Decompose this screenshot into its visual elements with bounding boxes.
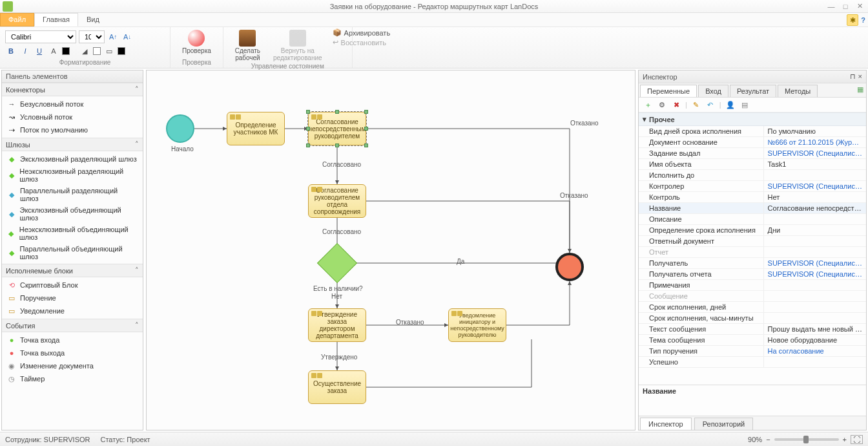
node-t6[interactable]: Осуществление заказа — [308, 370, 366, 404]
prop-value[interactable] — [764, 170, 866, 180]
archive-button[interactable]: 📦Архивировать — [333, 28, 391, 37]
prop-row[interactable]: НазваниеСогласование непосредственны... — [639, 203, 866, 214]
tab-file[interactable]: Файл — [0, 13, 34, 27]
item-excl-join[interactable]: ◆Эксклюзивный объединяющий шлюз — [2, 204, 143, 224]
item-exit[interactable]: ●Точка выхода — [2, 346, 143, 359]
prop-value[interactable]: SUPERVISOR (Специалист, ООО "... — [764, 269, 866, 279]
maximize-button[interactable]: □ — [840, 2, 851, 11]
item-doc-change[interactable]: ◉Изменение документа — [2, 359, 143, 372]
return-edit-button[interactable]: Вернуть на редактирование — [267, 28, 329, 63]
prop-row[interactable]: Текст сообщенияПрошу выдать мне новый мо… — [639, 324, 866, 335]
item-nonexcl-join[interactable]: ◆Неэксклюзивный объединяющий шлюз — [2, 224, 143, 243]
tab-view[interactable]: Вид — [78, 13, 108, 27]
zoom-slider[interactable] — [774, 438, 839, 441]
item-notification[interactable]: ▭Уведомление — [2, 304, 143, 317]
item-parallel-join[interactable]: ◆Параллельный объединяющий шлюз — [2, 243, 143, 262]
prop-row[interactable]: Описание — [639, 214, 866, 225]
zoom-in-button[interactable]: + — [843, 436, 847, 443]
prop-value[interactable] — [764, 302, 866, 312]
tab-input[interactable]: Вход — [698, 85, 728, 97]
tab-methods[interactable]: Методы — [778, 85, 818, 97]
prop-value[interactable] — [764, 214, 866, 224]
prop-value[interactable]: Согласование непосредственны... — [764, 203, 866, 213]
font-color-swatch[interactable] — [62, 47, 70, 55]
line-color-swatch[interactable] — [118, 47, 125, 55]
bold-button[interactable]: B — [5, 45, 17, 57]
prop-row[interactable]: Отчет — [639, 247, 866, 258]
fit-icon[interactable]: ⛶ — [851, 435, 863, 444]
node-t2[interactable]: Согласование непосредственным руководите… — [308, 112, 366, 145]
section-connectors[interactable]: Коннекторы˄ — [2, 83, 143, 96]
prop-value[interactable] — [764, 236, 866, 246]
edit-icon[interactable]: ✎ — [691, 100, 701, 110]
node-t4[interactable]: Утверждение заказа директором департамен… — [308, 308, 366, 342]
item-timer[interactable]: ◷Таймер — [2, 372, 143, 385]
font-name-select[interactable]: Calibri — [5, 30, 76, 43]
prop-value[interactable]: На согласование — [764, 346, 866, 356]
item-excl-split[interactable]: ◆Эксклюзивный разделяющий шлюз — [2, 153, 143, 165]
prop-row[interactable]: Документ основание№666 от 21.10.2015 (Жу… — [639, 137, 866, 148]
zoom-out-button[interactable]: − — [766, 436, 770, 443]
underline-button[interactable]: U — [34, 45, 45, 57]
prop-row[interactable]: Исполнить до — [639, 170, 866, 181]
prop-value[interactable]: №666 от 21.10.2015 (Журнал... — [764, 137, 866, 147]
node-t3[interactable]: Согласование руководителем отдела сопров… — [308, 184, 366, 218]
item-nonexcl-split[interactable]: ◆Неэксклюзивный разделяющий шлюз — [2, 165, 143, 185]
fill-color-swatch[interactable] — [93, 47, 101, 55]
tab-home[interactable]: Главная — [34, 13, 78, 27]
section-blocks[interactable]: Исполняемые блоки˄ — [2, 264, 143, 277]
prop-value[interactable] — [764, 280, 866, 290]
doc-icon[interactable]: ▤ — [739, 100, 750, 110]
prop-value[interactable]: Прошу выдать мне новый монитор — [764, 324, 866, 334]
tab-variables[interactable]: Переменные — [640, 85, 697, 97]
prop-row[interactable]: Определение срока исполненияДни — [639, 225, 866, 236]
prop-row[interactable]: Успешно — [639, 357, 866, 368]
prop-row[interactable]: Ответный документ — [639, 236, 866, 247]
fill-color-button[interactable]: ◢ — [79, 45, 90, 57]
prop-value[interactable]: По умолчанию — [764, 126, 866, 136]
prop-row[interactable]: КонтролерSUPERVISOR (Специалист, ООО "..… — [639, 181, 866, 192]
prop-row[interactable]: Примечания — [639, 280, 866, 291]
font-size-select[interactable]: 10 — [79, 30, 105, 43]
puzzle-icon[interactable]: ✱ — [847, 14, 858, 26]
prop-value[interactable]: SUPERVISOR (Специалист, ООО "... — [764, 181, 866, 191]
item-unconditional-flow[interactable]: →Безусловный поток — [2, 98, 143, 111]
item-default-flow[interactable]: ⇢Поток по умолчанию — [2, 123, 143, 136]
node-start[interactable] — [166, 114, 194, 143]
prop-value[interactable] — [764, 247, 866, 257]
prop-value[interactable] — [764, 291, 866, 301]
prop-value[interactable]: Новое оборудование — [764, 335, 866, 345]
item-parallel-split[interactable]: ◆Параллельный разделяющий шлюз — [2, 185, 143, 204]
section-gateways[interactable]: Шлюзы˄ — [2, 138, 143, 151]
bottom-tab-inspector[interactable]: Инспектор — [640, 418, 692, 430]
person-icon[interactable]: 👤 — [725, 100, 736, 110]
help-icon[interactable]: ? — [861, 16, 865, 24]
node-t5[interactable]: Уведомление инициатору и непосредственно… — [448, 308, 506, 342]
font-color-button[interactable]: A — [48, 45, 59, 57]
italic-button[interactable]: I — [19, 45, 31, 57]
prop-value[interactable]: SUPERVISOR (Специалист, ООО "... — [764, 148, 866, 158]
prop-row[interactable]: Сообщение — [639, 291, 866, 302]
prop-row[interactable]: Вид дней срока исполненияПо умолчанию — [639, 126, 866, 137]
section-events[interactable]: События˄ — [2, 319, 143, 332]
prop-group-other[interactable]: ▾Прочее — [639, 112, 866, 126]
prop-row[interactable]: Срок исполнения, часы-минуты — [639, 313, 866, 324]
item-conditional-flow[interactable]: ↝Условный поток — [2, 111, 143, 123]
prop-value[interactable]: Дни — [764, 225, 866, 235]
close-button[interactable]: ✕ — [854, 2, 865, 11]
prop-row[interactable]: Задание выдалSUPERVISOR (Специалист, ООО… — [639, 148, 866, 159]
node-end[interactable] — [555, 253, 584, 281]
minimize-button[interactable]: — — [825, 2, 837, 11]
pin-icon[interactable]: ⊓ — [850, 72, 856, 81]
prop-row[interactable]: КонтрольНет — [639, 192, 866, 203]
tab-result[interactable]: Результат — [730, 85, 776, 97]
delete-icon[interactable]: ✖ — [671, 100, 681, 110]
prop-row[interactable]: Получатель отчетаSUPERVISOR (Специалист,… — [639, 269, 866, 280]
prop-value[interactable]: Task1 — [764, 159, 866, 169]
prop-value[interactable]: Нет — [764, 192, 866, 202]
item-task[interactable]: ▭Поручение — [2, 292, 143, 304]
bottom-tab-repo[interactable]: Репозиторий — [694, 418, 754, 430]
item-script-block[interactable]: ⟲Скриптовый Блок — [2, 279, 143, 292]
node-t1[interactable]: Определение участников МК — [227, 112, 285, 145]
prop-row[interactable]: Тип порученияНа согласование — [639, 346, 866, 357]
